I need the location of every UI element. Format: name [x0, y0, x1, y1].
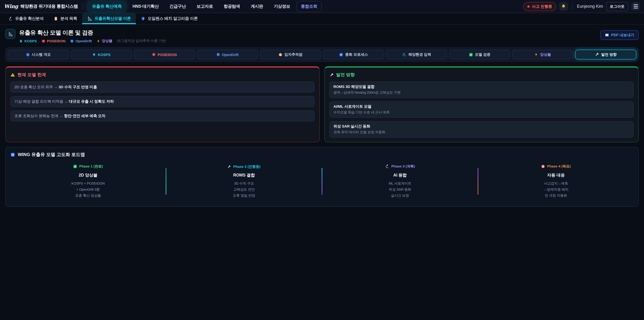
- chip-poseidon[interactable]: POSEIDON: [134, 50, 195, 59]
- roadmap-panel: WING 유출유 모델 고도화 로드맵 Phase 1 (완료)2D 앙상블KO…: [5, 147, 639, 207]
- chip-ocean-env-input[interactable]: 해양환경 입력: [386, 50, 447, 59]
- red-dot-icon: [528, 5, 530, 8]
- tab-label: 유출유 확산분석: [15, 16, 44, 22]
- model-badge-앙상블: 앙상블: [96, 39, 112, 43]
- model-badge-kosps: KOSPS: [19, 39, 37, 43]
- chip-system-overview[interactable]: 시스템 개요: [8, 50, 69, 59]
- page-header: 유출유 확산 모델 이론 및 검증 KOSPSPOSEIDONOpenDrift…: [0, 25, 644, 46]
- diamond-icon: [92, 53, 96, 56]
- compass-icon: [278, 53, 282, 57]
- nav-item-oil-spill-prediction[interactable]: 유출유 확산예측: [88, 1, 126, 12]
- future-item-3: 위성 SAR 실시간 동화관측 유막 데이터 모델 보정 자동화: [330, 121, 634, 138]
- triangle-ruler-icon: [87, 16, 92, 21]
- shield-icon: [141, 17, 145, 21]
- roadmap-phase-4: Phase 4 (목표)자동 대응사고감지→예측→방제자원 배치전 과정 자동화: [478, 162, 634, 200]
- hamburger-icon: [634, 4, 638, 9]
- wrench-icon: [228, 165, 231, 168]
- future-item-1: ROMS 3D 해양모델 결합광역→상세역 Nesting 200m급 고해상도…: [330, 82, 634, 98]
- brand[interactable]: Wing 해양환경 위기대응 통합시스템: [4, 3, 78, 10]
- diamond-icon: [19, 39, 23, 43]
- roadmap-phase-2: Phase 2 (진행중)ROMS 결합3D 수직 구조고해상도 연안조류 정밀…: [166, 162, 322, 200]
- menu-button[interactable]: [631, 2, 640, 11]
- divider: [572, 3, 572, 10]
- page-title: 유출유 확산 모델 이론 및 검증: [19, 29, 600, 37]
- chip-particle-tracking[interactable]: 입자추적법: [260, 50, 321, 59]
- page-subtitle-note: 라그랑지안 입자추적 이론 기반: [117, 39, 166, 43]
- nav-item-aerial-search[interactable]: 항공탐색: [219, 1, 244, 12]
- chip-ensemble[interactable]: 앙상블: [512, 50, 573, 59]
- pdf-export-button[interactable]: PDF 내보내기: [600, 30, 639, 40]
- chip-kosps[interactable]: KOSPS: [71, 50, 132, 59]
- roadmap-phase-1-label: Phase 1 (완료): [73, 164, 103, 169]
- clipboard-icon: [54, 17, 58, 21]
- warning-icon: [10, 73, 15, 77]
- app-title: 해양환경 위기대응 통합시스템: [20, 3, 78, 10]
- chip-future-direction[interactable]: 발전 방향: [575, 50, 636, 59]
- roadmap-phase-3: Phase 3 (계획)AI 융합ML 서로게이트위성 SAR 동화실시간 보정: [322, 162, 478, 200]
- bolt-icon: [96, 39, 100, 43]
- nav-item-hns-dispersion[interactable]: HNS·대기확산: [128, 1, 163, 12]
- limitation-item-2: 기상·해양 결합 피드백 미적용 → 대규모 유출 시 정확도 저하: [10, 96, 314, 107]
- app-root: Wing 해양환경 위기대응 통합시스템 유출유 확산예측HNS·대기확산긴급구…: [0, 0, 644, 320]
- nav-item-reports[interactable]: 보고자료: [192, 1, 217, 12]
- section-chip-nav: 시스템 개요KOSPSPOSEIDONOpenDrift입자추적법풍화 프로세스…: [5, 47, 639, 62]
- nav-right: 사고 진행중 Eunjeong Kim 로그아웃: [524, 2, 640, 11]
- roadmap-phase-4-label: Phase 4 (목표): [541, 164, 571, 169]
- triangle-ruler-icon: [8, 31, 13, 37]
- main-nav: 유출유 확산예측HNS·대기확산긴급구난보고자료항공탐색게시판기상정보통합조회: [88, 1, 520, 12]
- book-icon: [605, 33, 609, 37]
- content-panels: 현재 모델 한계 2D 표층 확산 모의 위주 → 3D 수직 구조 반영 미흡…: [5, 67, 639, 142]
- roadmap-phase-2-label: Phase 2 (진행중): [228, 164, 260, 169]
- nav-item-board[interactable]: 게시판: [246, 1, 267, 12]
- user-name: Eunjeong Kim: [577, 4, 603, 9]
- tab-spill-model-theory[interactable]: 유출유확산모델 이론: [82, 13, 136, 24]
- limitations-heading: 현재 모델 한계: [10, 72, 314, 78]
- nav-item-weather-info[interactable]: 기상정보: [269, 1, 294, 12]
- tab-analysis-list[interactable]: 분석 목록: [49, 13, 82, 24]
- divider: [83, 3, 83, 10]
- target-icon: [541, 164, 545, 168]
- check-icon: [469, 53, 473, 57]
- weathering-icon: [339, 53, 343, 57]
- incident-status-label: 사고 진행중: [532, 4, 552, 9]
- limitation-item-3: 조류 조화상수 분해능 한계 → 항만·연안 세부 예측 오차: [10, 110, 314, 122]
- logout-button[interactable]: 로그아웃: [606, 2, 628, 11]
- rocket-icon: [330, 73, 334, 77]
- tab-oilfence-algorithm-theory[interactable]: 오일펜스 배치 알고리즘 이론: [136, 13, 203, 24]
- page-title-icon-box: [5, 29, 16, 39]
- tab-label: 분석 목록: [60, 16, 77, 22]
- roadmap-grid: Phase 1 (완료)2D 앙상블KOSPS + POSEIDON+ Open…: [10, 162, 634, 200]
- circle-red-icon: [152, 53, 156, 56]
- future-panel: 발전 방향 ROMS 3D 해양모델 결합광역→상세역 Nesting 200m…: [324, 67, 639, 142]
- notifications-button[interactable]: [559, 2, 568, 11]
- tab-label: 유출유확산모델 이론: [94, 16, 131, 22]
- wave-icon: [402, 52, 406, 57]
- model-badge-opendrift: OpenDrift: [70, 39, 92, 43]
- chip-weathering-process[interactable]: 풍화 프로세스: [323, 50, 384, 59]
- sub-tab-bar: 유출유 확산분석분석 목록유출유확산모델 이론오일펜스 배치 알고리즘 이론: [0, 13, 644, 25]
- circle-blue-icon: [70, 39, 74, 43]
- bell-icon: [561, 4, 566, 9]
- incident-status-badge[interactable]: 사고 진행중: [524, 2, 556, 11]
- nav-item-emergency-rescue[interactable]: 긴급구난: [165, 1, 190, 12]
- page-title-texts: 유출유 확산 모델 이론 및 검증 KOSPSPOSEIDONOpenDrift…: [19, 29, 600, 43]
- circle-blue-icon: [216, 53, 220, 56]
- chip-model-validation[interactable]: 모델 검증: [449, 50, 510, 59]
- tab-label: 오일펜스 배치 알고리즘 이론: [148, 16, 198, 22]
- roadmap-heading: WING 유출유 모델 고도화 로드맵: [10, 152, 634, 158]
- tab-spill-analysis[interactable]: 유출유 확산분석: [3, 13, 49, 24]
- nav-item-integrated-search[interactable]: 통합조회: [296, 1, 322, 12]
- globe-icon: [26, 53, 30, 57]
- chip-opendrift[interactable]: OpenDrift: [197, 50, 258, 59]
- bolt-icon: [534, 53, 538, 56]
- limitations-panel: 현재 모델 한계 2D 표층 확산 모의 위주 → 3D 수직 구조 반영 미흡…: [5, 67, 320, 142]
- top-navigation: Wing 해양환경 위기대응 통합시스템 유출유 확산예측HNS·대기확산긴급구…: [0, 0, 644, 13]
- model-badges: KOSPSPOSEIDONOpenDrift앙상블라그랑지안 입자추적 이론 기…: [19, 39, 600, 43]
- wing-logo: Wing: [4, 3, 18, 10]
- future-heading: 발전 방향: [330, 72, 634, 78]
- circle-red-icon: [42, 39, 45, 43]
- calendar-icon: [10, 152, 15, 157]
- model-badge-poseidon: POSEIDON: [42, 39, 66, 43]
- roadmap-phase-3-label: Phase 3 (계획): [385, 164, 415, 169]
- rocket-icon: [595, 52, 599, 57]
